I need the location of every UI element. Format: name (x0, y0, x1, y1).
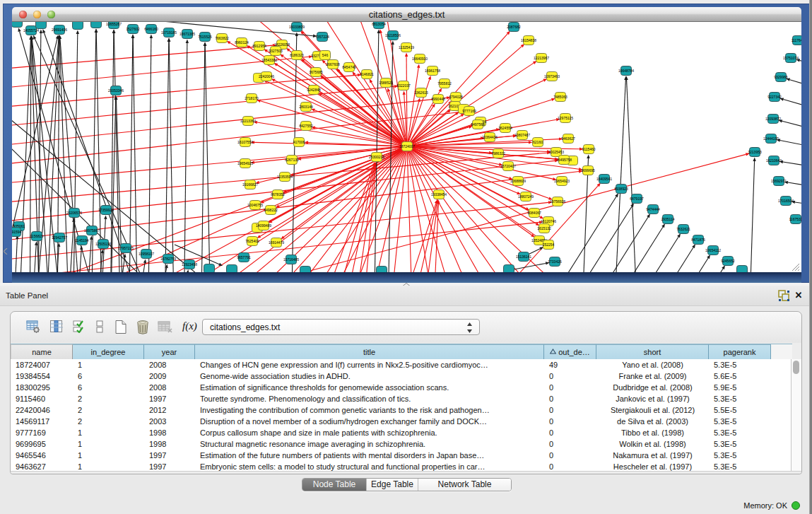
graph-node-teal[interactable] (300, 267, 311, 273)
table-header-row: namein_degreeyeartitleout_de…shortpagera… (11, 344, 792, 359)
function-icon[interactable]: f(x) (182, 320, 197, 332)
checkboxes-icon[interactable] (95, 320, 104, 334)
table-row[interactable]: 2242004622012Investigating the contribut… (11, 404, 792, 416)
cell-pagerank: 5.3E-5 (709, 359, 771, 370)
cell-title: Genome-wide association studies in ADHD. (195, 370, 544, 382)
select-rows-icon[interactable] (73, 320, 86, 333)
graph-node-label: 9463627 (561, 136, 575, 141)
black-edge (783, 100, 801, 108)
edge-arrowhead (56, 35, 59, 39)
table-row[interactable]: 1456911722003Disruption of a novel membe… (11, 416, 792, 427)
table-select-combobox[interactable]: citations_edges.txt (202, 319, 480, 335)
table-row[interactable]: 1830029562008Estimation of significance … (11, 382, 792, 393)
edge-arrowhead (677, 233, 681, 238)
trash-icon[interactable] (136, 320, 150, 334)
cell-in_degree: 2 (73, 393, 144, 404)
graph-node-label: 1117644 (792, 38, 801, 42)
edge-arrowhead (370, 79, 373, 83)
table-scrollbar-thumb[interactable] (793, 361, 799, 374)
graph-node-label: 2803144 (299, 105, 313, 109)
graph-node-teal[interactable] (36, 22, 47, 29)
edge-arrowhead (392, 40, 394, 45)
graph-node-label: 8471876 (691, 238, 705, 242)
graph-node-label: 16961758 (425, 69, 440, 73)
cell-title: Structural magnetic resonance image aver… (195, 438, 544, 450)
graph-node-label: 6794028 (449, 95, 463, 99)
memory-status: Memory: OK (743, 501, 800, 510)
cell-short: Nakamura et al. (1997) (596, 450, 709, 461)
tab-network-table[interactable]: Network Table (418, 479, 511, 491)
graph-node-teal[interactable] (737, 266, 748, 273)
tab-edge-table[interactable]: Edge Table (367, 479, 418, 491)
edge-arrowhead (417, 64, 420, 68)
graph-node-teal[interactable] (227, 265, 237, 273)
column-header-out_de[interactable]: out_de… (544, 344, 596, 360)
graph-node-label: 10688609 (510, 179, 526, 183)
graph-node-teal[interactable] (504, 265, 514, 273)
network-canvas[interactable]: 1405572420691406106552671527602646616010… (12, 22, 801, 272)
cell-in_degree: 1 (73, 427, 144, 438)
black-edge (783, 162, 801, 167)
network-window-bottom-border (12, 272, 801, 283)
graph-node-teal[interactable] (73, 22, 83, 30)
float-window-icon[interactable] (778, 290, 790, 302)
graph-node-teal[interactable] (91, 22, 102, 28)
sort-ascending-icon (550, 349, 556, 354)
graph-node-label: 9329966 (774, 75, 788, 79)
graph-node-label: 20053346 (108, 88, 124, 93)
network-window-titlebar[interactable]: citations_edges.txt (12, 7, 801, 22)
table-settings-icon[interactable] (26, 320, 40, 334)
graph-node-teal[interactable] (377, 267, 387, 273)
graph-node-teal[interactable] (12, 22, 23, 28)
table-row[interactable]: 1938455462009Genome-wide association stu… (11, 370, 792, 382)
graph-node-label: 9146821 (360, 72, 374, 76)
graph-node-teal[interactable] (204, 264, 215, 273)
cell-out_de: 0 (544, 382, 596, 393)
column-header-title[interactable]: title (195, 344, 544, 360)
column-header-year[interactable]: year (144, 344, 195, 360)
graph-node-label: 1733426 (548, 259, 562, 264)
new-file-icon[interactable] (114, 320, 127, 334)
table-row[interactable]: 946554611997Estimation of the future num… (11, 450, 792, 461)
black-edge (780, 141, 801, 147)
red-edge (323, 22, 407, 146)
cell-pagerank: 5.3E-5 (709, 393, 771, 404)
graph-node-label: 16914479 (269, 240, 284, 245)
table-row[interactable]: 1872400712008Changes of HCN gene express… (11, 359, 792, 370)
column-header-pagerank[interactable]: pagerank (709, 344, 771, 360)
table-scrollbar[interactable] (791, 359, 801, 472)
graph-node-label: 25300215 (369, 155, 384, 159)
close-panel-icon[interactable]: ✕ (794, 290, 804, 301)
tab-node-table[interactable]: Node Table (302, 479, 367, 491)
black-edge (595, 217, 648, 272)
edge-arrowhead (76, 30, 79, 34)
graph-node-label: 1167533 (789, 217, 801, 221)
column-header-name[interactable]: name (11, 344, 73, 360)
graph-node-label: 8813054 (372, 22, 386, 26)
cell-name: 19384554 (11, 370, 73, 382)
red-edge (403, 203, 436, 272)
graph-node-label: 20364436 (482, 135, 498, 139)
column-header-in_degree[interactable]: in_degree (73, 344, 144, 360)
edge-arrowhead (722, 265, 725, 269)
red-edge (376, 146, 407, 272)
table-row[interactable]: 977716911998Corpus callosum shape and si… (11, 427, 792, 438)
edge-arrowhead (647, 214, 650, 218)
graph-node-label: 9227342 (767, 95, 782, 99)
column-header-short[interactable]: short (596, 344, 709, 360)
collapse-handle-icon[interactable] (4, 248, 8, 255)
graph-node-label: 7955812 (437, 81, 452, 86)
select-columns-icon[interactable] (49, 320, 64, 334)
graph-node-label: 10655267 (106, 22, 122, 26)
red-edge (407, 68, 418, 146)
graph-node-label: 19166827 (242, 182, 258, 187)
window-resize-grip-icon[interactable] (792, 263, 800, 271)
cell-out_de: 0 (544, 450, 596, 461)
edge-arrowhead (80, 245, 83, 250)
edge-arrowhead (40, 29, 42, 33)
table-row[interactable]: 969969511998Structural magnetic resonanc… (11, 438, 792, 450)
edge-arrowhead (405, 52, 408, 57)
edge-arrowhead (438, 88, 442, 92)
delete-table-icon[interactable] (158, 320, 172, 334)
table-row[interactable]: 911546021997Tourette syndrome. Phenomeno… (11, 393, 792, 404)
